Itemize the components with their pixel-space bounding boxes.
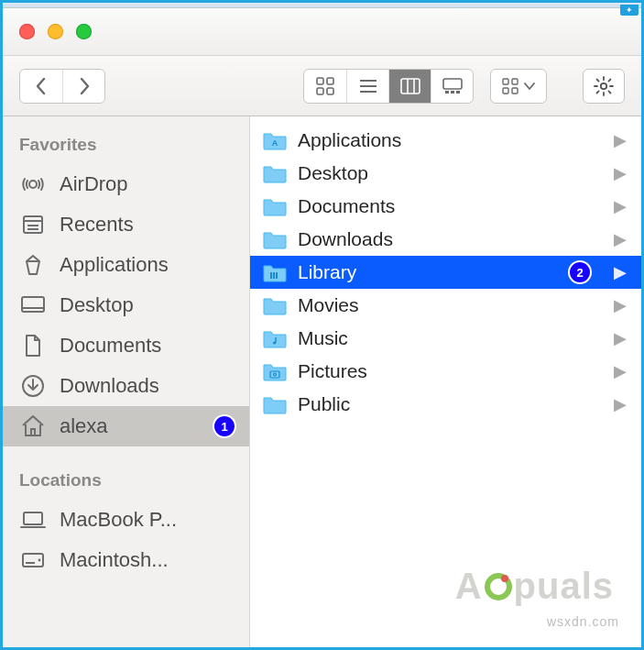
list-item-library[interactable]: Library 2 ▶ xyxy=(250,256,641,289)
recents-icon xyxy=(19,211,47,238)
nav-segment xyxy=(19,69,105,104)
sidebar-item-label: MacBook P... xyxy=(60,508,235,532)
sidebar-item-label: Macintosh... xyxy=(60,548,235,572)
svg-rect-2 xyxy=(317,88,323,94)
sidebar-item-label: Downloads xyxy=(60,374,235,398)
list-item-desktop[interactable]: Desktop ▶ xyxy=(250,157,641,190)
minimize-window-button[interactable] xyxy=(48,24,63,39)
grid-small-icon xyxy=(502,78,518,94)
folder-icon xyxy=(263,295,287,315)
sidebar-item-macbook[interactable]: MacBook P... xyxy=(3,500,249,540)
item-label: Pictures xyxy=(298,360,614,382)
folder-icon xyxy=(263,229,287,249)
chevron-right-icon: ▶ xyxy=(614,295,627,315)
svg-rect-36 xyxy=(273,272,275,279)
svg-rect-3 xyxy=(327,88,333,94)
watermark-logo: A puals xyxy=(455,566,614,607)
svg-rect-13 xyxy=(456,91,460,94)
back-button[interactable] xyxy=(20,70,62,103)
item-label: Music xyxy=(298,327,614,349)
forward-button[interactable] xyxy=(62,70,104,103)
column-content: A Applications ▶ Desktop ▶ Documents ▶ D xyxy=(250,116,641,647)
svg-rect-14 xyxy=(503,79,508,84)
chevron-right-icon: ▶ xyxy=(614,394,627,414)
folder-icon xyxy=(263,196,287,216)
svg-rect-28 xyxy=(31,429,35,435)
home-icon xyxy=(19,413,47,440)
item-label: Public xyxy=(298,393,614,415)
sidebar-item-recents[interactable]: Recents xyxy=(3,204,249,245)
item-label: Documents xyxy=(298,195,614,217)
sidebar-item-downloads[interactable]: Downloads xyxy=(3,366,249,406)
sidebar-item-label: Applications xyxy=(60,253,235,277)
folder-icon xyxy=(263,262,287,282)
view-gallery-button[interactable] xyxy=(431,70,473,103)
applications-icon xyxy=(19,251,47,279)
folder-icon xyxy=(263,163,287,183)
finder-window: ✦ xyxy=(0,0,644,650)
section-title-locations: Locations xyxy=(3,467,249,500)
sidebar: Favorites AirDrop Recents Applications xyxy=(3,116,250,647)
sidebar-item-documents[interactable]: Documents xyxy=(3,325,249,366)
sidebar-item-label: Documents xyxy=(60,334,235,358)
folder-list: A Applications ▶ Desktop ▶ Documents ▶ D xyxy=(250,116,641,421)
list-item-pictures[interactable]: Pictures ▶ xyxy=(250,355,641,388)
svg-rect-17 xyxy=(512,88,518,94)
list-item-documents[interactable]: Documents ▶ xyxy=(250,190,641,223)
view-list-button[interactable] xyxy=(346,70,388,103)
item-label: Applications xyxy=(298,129,614,151)
view-icon-button[interactable] xyxy=(304,70,346,103)
svg-rect-0 xyxy=(317,78,323,84)
grid-icon xyxy=(316,77,334,95)
group-by-dropdown[interactable] xyxy=(490,69,547,104)
svg-point-18 xyxy=(601,83,606,88)
list-item-applications[interactable]: A Applications ▶ xyxy=(250,124,641,157)
list-icon xyxy=(358,77,378,95)
zoom-window-button[interactable] xyxy=(76,24,92,39)
close-window-button[interactable] xyxy=(19,24,35,39)
item-label: Desktop xyxy=(298,162,614,184)
view-segment xyxy=(303,69,474,104)
sidebar-item-desktop[interactable]: Desktop xyxy=(3,285,249,325)
chevron-right-icon: ▶ xyxy=(614,328,627,348)
gallery-icon xyxy=(442,77,463,95)
sidebar-item-applications[interactable]: Applications xyxy=(3,245,249,285)
sidebar-item-airdrop[interactable]: AirDrop xyxy=(3,164,249,204)
svg-point-38 xyxy=(273,342,276,345)
sidebar-item-label: Recents xyxy=(60,213,235,237)
downloads-icon xyxy=(19,372,47,400)
svg-rect-11 xyxy=(445,91,449,94)
annotation-badge-2: 2 xyxy=(570,262,590,282)
action-menu-button[interactable] xyxy=(583,69,625,104)
chevron-right-icon: ▶ xyxy=(614,196,627,216)
folder-icon xyxy=(263,394,287,414)
chevron-right-icon xyxy=(78,77,91,95)
sidebar-item-home[interactable]: alexa 1 xyxy=(3,406,249,446)
item-label: Library xyxy=(298,261,570,283)
chevron-right-icon: ▶ xyxy=(614,130,627,150)
svg-rect-16 xyxy=(503,88,508,94)
chevron-right-icon: ▶ xyxy=(614,229,627,249)
svg-rect-25 xyxy=(22,297,44,312)
list-item-public[interactable]: Public ▶ xyxy=(250,388,641,421)
airdrop-icon xyxy=(19,171,47,198)
sidebar-item-label: AirDrop xyxy=(60,172,235,196)
list-item-downloads[interactable]: Downloads ▶ xyxy=(250,223,641,256)
watermark-text-b: puals xyxy=(514,566,614,607)
folder-music-icon xyxy=(263,328,287,348)
svg-rect-7 xyxy=(401,79,420,94)
svg-rect-10 xyxy=(443,79,462,89)
watermark-subtext: wsxdn.com xyxy=(547,614,619,629)
list-item-music[interactable]: Music ▶ xyxy=(250,322,641,355)
chevron-right-icon: ▶ xyxy=(614,163,627,183)
sidebar-item-label: Desktop xyxy=(60,293,235,317)
sidebar-item-macintosh-hd[interactable]: Macintosh... xyxy=(3,540,249,580)
list-item-movies[interactable]: Movies ▶ xyxy=(250,289,641,322)
svg-text:A: A xyxy=(272,138,278,148)
view-column-button[interactable] xyxy=(388,70,431,103)
toolbar xyxy=(3,56,641,116)
corner-bookmark-icon: ✦ xyxy=(620,5,639,16)
svg-rect-12 xyxy=(451,91,454,94)
titlebar xyxy=(3,8,641,56)
svg-rect-29 xyxy=(24,512,42,524)
